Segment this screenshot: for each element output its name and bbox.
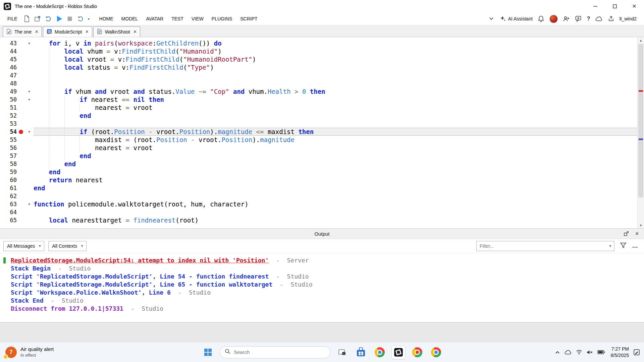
menu-script[interactable]: SCRIPT xyxy=(236,14,261,23)
code-line-65[interactable]: 65 local nearesttarget = findnearest(roo… xyxy=(0,216,637,224)
code-line-44[interactable]: 44 local vhum = v:FindFirstChild("Humano… xyxy=(0,47,637,55)
menu-file[interactable]: FILE xyxy=(3,14,21,23)
code-text[interactable]: if nearest == nil then xyxy=(34,96,637,104)
code-line-61[interactable]: 61end xyxy=(0,184,637,192)
fold-arrow-icon[interactable]: ▾ xyxy=(25,39,34,47)
code-text[interactable]: if vhum and vroot and status.Value ~= "C… xyxy=(34,87,637,96)
hidden-icons-chevron[interactable] xyxy=(555,351,560,354)
chrome-profile-icon[interactable] xyxy=(410,345,424,359)
breakpoint-slot[interactable] xyxy=(17,200,25,208)
menu-model[interactable]: MODEL xyxy=(117,14,142,23)
fold-arrow-icon[interactable]: ▾ xyxy=(25,200,34,208)
code-text[interactable]: local status = v:FindFirstChild("Type") xyxy=(34,63,637,71)
code-line-50[interactable]: 50▾ if nearest == nil then xyxy=(0,96,637,104)
breakpoint-slot[interactable] xyxy=(17,63,25,71)
code-line-53[interactable]: 53 xyxy=(0,120,637,128)
ai-assistant-button[interactable]: AI Assistant xyxy=(500,15,533,22)
menu-home[interactable]: HOME xyxy=(95,14,117,23)
code-text[interactable]: nearest = vroot xyxy=(34,104,637,112)
code-line-51[interactable]: 51 nearest = vroot xyxy=(0,104,637,112)
breakpoint-slot[interactable] xyxy=(17,160,25,168)
fold-arrow-icon[interactable]: ▾ xyxy=(25,87,34,96)
quick-access-toggle-icon[interactable] xyxy=(487,15,495,23)
scroll-up-arrow[interactable]: ▴ xyxy=(638,37,644,43)
close-tab-icon[interactable]: × xyxy=(85,29,88,35)
all-messages-dropdown[interactable]: All Messages ▾ xyxy=(3,241,44,251)
menu-avatar[interactable]: AVATAR xyxy=(142,14,167,23)
code-text[interactable]: end xyxy=(34,168,637,176)
code-text[interactable] xyxy=(34,71,637,79)
line-number[interactable]: 59 xyxy=(0,168,17,176)
filter-text-field[interactable] xyxy=(480,243,609,249)
code-line-59[interactable]: 59 end xyxy=(0,168,637,176)
volume-muted-icon[interactable] xyxy=(587,350,593,355)
close-tab-icon[interactable]: × xyxy=(35,29,38,35)
code-line-45[interactable]: 45 local vroot = v:FindFirstChild("Human… xyxy=(0,55,637,63)
code-line-58[interactable]: 58 end xyxy=(0,160,637,168)
line-number[interactable]: 52 xyxy=(0,112,17,120)
all-contexts-dropdown[interactable]: All Contexts ▾ xyxy=(48,241,87,251)
line-number[interactable]: 43 xyxy=(0,39,17,47)
code-text[interactable] xyxy=(34,208,637,216)
breakpoint-slot[interactable] xyxy=(17,112,25,120)
breakpoint-slot[interactable] xyxy=(17,136,25,144)
code-line-55[interactable]: 55 maxdist = (root.Position - vroot.Posi… xyxy=(0,136,637,144)
line-number[interactable]: 45 xyxy=(0,55,17,63)
scroll-down-arrow[interactable]: ▾ xyxy=(638,222,644,228)
code-line-60[interactable]: 60 return nearest xyxy=(0,176,637,184)
code-text[interactable]: end xyxy=(34,184,637,192)
code-line-46[interactable]: 46 local status = v:FindFirstChild("Type… xyxy=(0,63,637,71)
publish-icon[interactable] xyxy=(43,14,54,24)
line-number[interactable]: 54 xyxy=(0,128,17,136)
code-text[interactable]: maxdist = (root.Position - vroot.Positio… xyxy=(34,136,637,144)
message-text[interactable]: ReplicatedStorage.ModuleScript:54: attem… xyxy=(11,257,269,264)
line-number[interactable]: 65 xyxy=(0,216,17,224)
code-text[interactable]: local nearesttarget = findnearest(root) xyxy=(34,216,637,224)
line-number[interactable]: 47 xyxy=(0,71,17,79)
breakpoint-slot[interactable] xyxy=(17,104,25,112)
weather-widget[interactable]: 7 Air quality alert In effect xyxy=(0,342,59,362)
stop-button[interactable] xyxy=(64,14,75,24)
breakpoint-slot[interactable] xyxy=(17,176,25,184)
menu-plugins[interactable]: PLUGINS xyxy=(208,14,236,23)
filter-funnel-icon[interactable] xyxy=(620,242,627,250)
code-line-49[interactable]: 49▾ if vhum and vroot and status.Value ~… xyxy=(0,87,637,96)
code-line-43[interactable]: 43▾ for i, v in pairs(workspace:GetChild… xyxy=(0,39,637,47)
code-line-57[interactable]: 57 end xyxy=(0,152,637,160)
code-text[interactable]: end xyxy=(34,152,637,160)
code-text[interactable] xyxy=(34,79,637,87)
taskbar-clock[interactable]: 7:27 PM 8/5/2025 xyxy=(611,346,629,359)
code-text[interactable]: end xyxy=(34,160,637,168)
start-button[interactable] xyxy=(201,345,215,359)
breakpoint-slot[interactable] xyxy=(17,79,25,87)
code-text[interactable]: local vhum = v:FindFirstChild("Humanoid"… xyxy=(34,47,637,55)
breakpoint-slot[interactable] xyxy=(17,152,25,160)
user-avatar[interactable] xyxy=(549,15,558,23)
maximize-button[interactable] xyxy=(605,0,625,12)
breakpoint-slot[interactable] xyxy=(17,192,25,200)
cloud-icon[interactable] xyxy=(595,15,603,23)
notification-pen-icon[interactable] xyxy=(633,349,640,356)
code-editor[interactable]: 43▾ for i, v in pairs(workspace:GetChild… xyxy=(0,37,644,228)
line-number[interactable]: 44 xyxy=(0,47,17,55)
line-number[interactable]: 58 xyxy=(0,160,17,168)
open-file-icon[interactable] xyxy=(32,14,43,24)
code-text[interactable]: end xyxy=(34,112,637,120)
undock-panel-icon[interactable] xyxy=(623,230,630,237)
new-file-icon[interactable] xyxy=(21,14,32,24)
line-number[interactable]: 50 xyxy=(0,96,17,104)
code-line-56[interactable]: 56 nearest = vroot xyxy=(0,144,637,152)
breakpoint-slot[interactable] xyxy=(17,96,25,104)
feedback-icon[interactable] xyxy=(575,15,583,23)
code-line-52[interactable]: 52 end xyxy=(0,112,637,120)
line-number[interactable]: 48 xyxy=(0,79,17,87)
line-number[interactable]: 56 xyxy=(0,144,17,152)
code-line-47[interactable]: 47 xyxy=(0,71,637,79)
line-number[interactable]: 51 xyxy=(0,104,17,112)
help-icon[interactable]: ? xyxy=(587,16,590,22)
breakpoint-slot[interactable] xyxy=(17,47,25,55)
line-number[interactable]: 61 xyxy=(0,184,17,192)
breakpoint-slot[interactable] xyxy=(17,71,25,79)
chrome-icon[interactable] xyxy=(373,345,387,359)
breakpoint-slot[interactable] xyxy=(17,168,25,176)
